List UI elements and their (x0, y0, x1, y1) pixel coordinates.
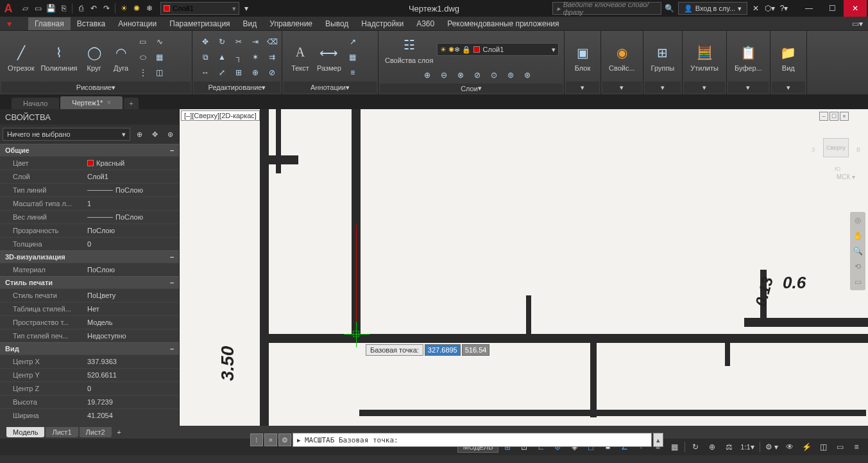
selection-dropdown[interactable]: Ничего не выбрано▾ (3, 128, 130, 141)
table-icon[interactable]: ▦ (345, 50, 361, 64)
prop-section-viz[interactable]: 3D-визуализация– (0, 250, 179, 263)
qat-light-icon[interactable]: ☀ (118, 3, 130, 14)
prop-row[interactable]: Центр Z0 (0, 381, 179, 395)
layout-tab-1[interactable]: Лист1 (46, 427, 78, 437)
text-button[interactable]: AТекст (287, 41, 313, 73)
ellipse-icon[interactable]: ⬭ (135, 50, 151, 64)
ribbon-tab-4[interactable]: Вид (237, 17, 264, 30)
prop-row[interactable]: Центр X337.9363 (0, 354, 179, 368)
nav-showmotion-icon[interactable]: ▭ (852, 276, 864, 288)
layer-dropdown[interactable]: ☀ ✺ ❄ 🔒 Слой1 ▾ (437, 43, 559, 56)
pickadd-icon[interactable]: ✥ (148, 128, 161, 141)
qat-open-icon[interactable]: ▭ (32, 3, 44, 14)
block-button[interactable]: ▣Блок (570, 41, 595, 73)
command-input[interactable]: ▸ МАСШТАБ Базовая точка: (293, 433, 652, 447)
point-icon[interactable]: ⋮ (135, 66, 151, 80)
ribbon-tab-0[interactable]: Главная (28, 17, 71, 30)
qat-save-icon[interactable]: 💾 (45, 3, 56, 14)
region-icon[interactable]: ◫ (152, 66, 167, 80)
nav-wheel-icon[interactable]: ◎ (852, 214, 864, 226)
help-icon[interactable]: ?▾ (778, 3, 790, 14)
layer-tool-5[interactable]: ⊙ (486, 68, 502, 82)
move-icon[interactable]: ✥ (198, 35, 213, 49)
clipboard-button[interactable]: 📋Буфер... (732, 41, 765, 73)
prop-row[interactable]: Стиль печатиПоЦвету (0, 288, 179, 302)
fillet-icon[interactable]: ┐ (231, 50, 246, 64)
layout-tab-model[interactable]: Модель (6, 427, 44, 437)
ribbon-tab-6[interactable]: Вывод (319, 17, 355, 30)
prop-section-plot[interactable]: Стиль печати– (0, 276, 179, 288)
ribbon-tab-9[interactable]: Рекомендованные приложения (441, 17, 565, 30)
stretch-icon[interactable]: ↔ (198, 66, 213, 80)
erase-icon[interactable]: ⌫ (264, 35, 280, 49)
layer-tool-6[interactable]: ⊚ (503, 68, 518, 82)
tab-close-icon[interactable]: × (106, 98, 111, 107)
tab-start[interactable]: Начало (12, 98, 59, 109)
cmdline-close-icon[interactable]: × (264, 433, 277, 446)
layer-tool-7[interactable]: ⊛ (520, 68, 535, 82)
groups-button[interactable]: ⊞Группы (649, 41, 677, 73)
qat-redo-icon[interactable]: ↷ (101, 3, 112, 14)
qat-freeze-icon[interactable]: ❄ (144, 3, 155, 14)
line-button[interactable]: ╱Отрезок (5, 41, 37, 73)
ribbon-tab-3[interactable]: Параметризация (163, 17, 236, 30)
minimize-button[interactable]: — (797, 0, 821, 17)
array-icon[interactable]: ⊞ (231, 66, 246, 80)
prop-row[interactable]: МатериалПоСлою (0, 263, 179, 276)
ribbon-panel-icon[interactable]: ▭▾ (851, 18, 863, 30)
layer-tool-1[interactable]: ⊕ (420, 68, 435, 82)
prop-section-general[interactable]: Общие– (0, 144, 179, 156)
ribbon-tab-5[interactable]: Управление (263, 17, 319, 30)
layer-tool-4[interactable]: ⊘ (470, 68, 485, 82)
prop-row[interactable]: Тип линий ПоСлою (0, 183, 179, 197)
polyline-button[interactable]: ⌇Полилиния (38, 41, 80, 73)
mtext-icon[interactable]: ≡ (345, 66, 361, 80)
prop-row[interactable]: Толщина0 (0, 237, 179, 250)
mirror-icon[interactable]: ▲ (214, 50, 230, 64)
layer-tool-3[interactable]: ⊗ (453, 68, 468, 82)
coord-y-input[interactable]: 516.54 (462, 344, 490, 356)
prop-row[interactable]: Вес линий ПоСлою (0, 210, 179, 223)
viewcube[interactable]: Сверху З В Ю (817, 128, 855, 167)
qat-layer-dropdown[interactable]: Слой1 ▾ (160, 2, 239, 15)
help-search-input[interactable]: ▸ Введите ключевое слово/фразу (552, 2, 661, 15)
prop-row[interactable]: Ширина41.2054 (0, 408, 179, 422)
offset-icon[interactable]: ⇉ (264, 50, 280, 64)
prop-row[interactable]: Высота19.7239 (0, 395, 179, 408)
join-icon[interactable]: ⊕ (248, 66, 263, 80)
leader-icon[interactable]: ↗ (345, 35, 361, 49)
panel-draw-title[interactable]: Рисование ▾ (1, 82, 191, 93)
utils-button[interactable]: 🧮Утилиты (688, 41, 721, 73)
select-objects-icon[interactable]: ⊛ (164, 128, 176, 141)
tab-new-button[interactable]: + (124, 98, 138, 109)
prop-row[interactable]: ЦветКрасный (0, 156, 179, 170)
qat-new-icon[interactable]: ▱ (19, 3, 31, 14)
prop-row[interactable]: Центр Y520.6611 (0, 368, 179, 381)
layer-tool-2[interactable]: ⊖ (436, 68, 452, 82)
app-menu-flyout[interactable]: ▾ (3, 17, 15, 30)
qat-more-icon[interactable]: ▾ (241, 3, 252, 14)
layout-add-button[interactable]: + (113, 428, 126, 436)
circle-button[interactable]: ◯Круг (81, 41, 107, 73)
cmdline-config-icon[interactable]: ⚙ (278, 433, 291, 446)
exchange-icon[interactable]: ✕ (750, 3, 762, 14)
ribbon-tab-1[interactable]: Вставка (71, 17, 112, 30)
view-button[interactable]: 📁Вид (776, 41, 801, 73)
prop-row[interactable]: ПрозрачностьПоСлою (0, 223, 179, 237)
rotate-icon[interactable]: ↻ (214, 35, 230, 49)
extend-icon[interactable]: ⇥ (248, 35, 263, 49)
nav-pan-icon[interactable]: ✋ (852, 230, 864, 241)
prop-row[interactable]: СлойСлой1 (0, 170, 179, 183)
cleanscreen-icon[interactable]: ▭ (832, 440, 847, 454)
coord-x-input[interactable]: 327.6895 (425, 344, 461, 356)
tab-drawing-active[interactable]: Чертеж1*× (60, 96, 123, 109)
cmdline-grip-icon[interactable]: ⁝ (250, 433, 263, 446)
ucs-dropdown[interactable]: МСК ▾ (837, 173, 855, 180)
layout-tab-2[interactable]: Лист2 (80, 427, 112, 437)
arc-button[interactable]: ◠Дуга (108, 41, 134, 73)
break-icon[interactable]: ⊘ (264, 66, 280, 80)
quickselect-icon[interactable]: ⊕ (133, 128, 146, 141)
drawing-viewport[interactable]: [–][Сверху][2D-каркас] – ☐ × 3.50 0.13 0… (180, 109, 868, 426)
app-icon[interactable]: ⬡▾ (764, 3, 776, 14)
nav-orbit-icon[interactable]: ⟲ (852, 261, 864, 272)
